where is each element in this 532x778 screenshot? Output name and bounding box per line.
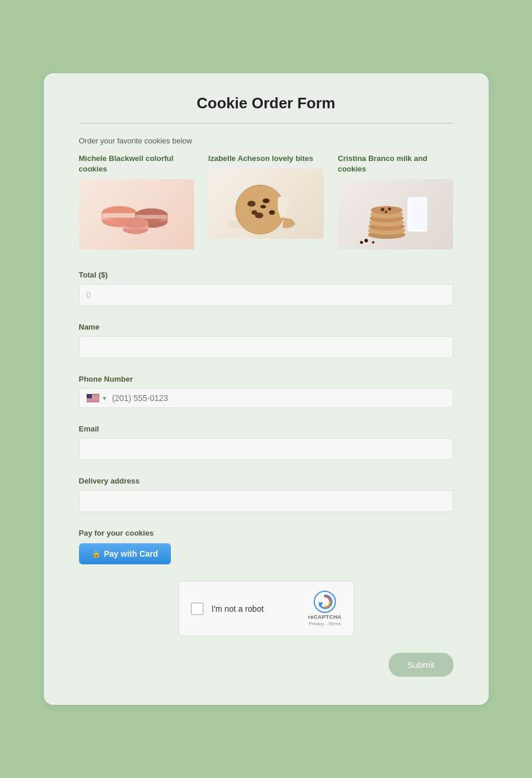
pay-with-card-button[interactable]: 🔒 Pay with Card bbox=[79, 543, 171, 564]
cookie-grid: Michele Blackwell colorful cookies bbox=[79, 153, 454, 249]
recaptcha-area: I'm not a robot reCAPTCHA Privacy - Term… bbox=[79, 581, 454, 636]
delivery-address-field-group: Delivery address bbox=[79, 477, 454, 512]
payment-label: Pay for your cookies bbox=[79, 529, 454, 537]
svg-point-32 bbox=[365, 239, 368, 242]
total-field-group: Total ($) bbox=[79, 270, 454, 306]
email-field-group: Email bbox=[79, 424, 454, 460]
svg-rect-42 bbox=[87, 394, 92, 399]
payment-section: Pay for your cookies 🔒 Pay with Card bbox=[79, 529, 454, 564]
country-selector[interactable]: ▼ bbox=[87, 394, 108, 402]
svg-point-14 bbox=[247, 201, 255, 207]
cookie-image-1 bbox=[79, 179, 194, 249]
total-input[interactable] bbox=[79, 284, 454, 306]
cookie-image-3 bbox=[338, 179, 453, 249]
recaptcha-brand-text: reCAPTCHA bbox=[308, 614, 341, 620]
title-divider bbox=[79, 123, 454, 124]
svg-point-29 bbox=[381, 208, 385, 211]
recaptcha-left: I'm not a robot bbox=[191, 602, 264, 615]
recaptcha-icon bbox=[314, 591, 336, 613]
cookie-item-1: Michele Blackwell colorful cookies bbox=[79, 153, 194, 249]
cookie-name-2: Izabelle Acheson lovely bites bbox=[208, 153, 324, 164]
page-title: Cookie Order Form bbox=[79, 94, 454, 112]
svg-point-31 bbox=[385, 211, 387, 213]
svg-point-34 bbox=[360, 241, 363, 244]
lock-icon: 🔒 bbox=[92, 550, 101, 558]
phone-label: Phone Number bbox=[79, 375, 454, 383]
recaptcha-box: I'm not a robot reCAPTCHA Privacy - Term… bbox=[179, 581, 354, 636]
phone-wrapper: ▼ bbox=[79, 388, 454, 408]
name-input[interactable] bbox=[79, 336, 454, 358]
email-label: Email bbox=[79, 424, 454, 433]
svg-point-15 bbox=[262, 198, 269, 203]
svg-point-19 bbox=[260, 205, 266, 208]
svg-point-10 bbox=[122, 218, 148, 228]
delivery-address-label: Delivery address bbox=[79, 477, 454, 485]
svg-point-17 bbox=[269, 210, 274, 215]
macaron-svg bbox=[79, 179, 194, 249]
recaptcha-checkbox[interactable] bbox=[191, 602, 204, 615]
phone-field-group: Phone Number ▼ bbox=[79, 375, 454, 408]
choc-chip-svg bbox=[208, 169, 324, 239]
form-card: Cookie Order Form Order your favorite co… bbox=[44, 73, 489, 705]
cookie-name-3: Cristina Branco milk and cookies bbox=[338, 153, 453, 174]
cookie-image-2 bbox=[208, 169, 324, 239]
country-chevron-icon: ▼ bbox=[102, 395, 108, 402]
recaptcha-logo: reCAPTCHA Privacy - Terms bbox=[308, 591, 341, 626]
name-field-group: Name bbox=[79, 323, 454, 358]
svg-rect-21 bbox=[408, 197, 427, 229]
delivery-address-input[interactable] bbox=[79, 490, 454, 512]
svg-rect-40 bbox=[87, 400, 99, 400]
submit-row: Submit bbox=[79, 653, 454, 677]
svg-point-33 bbox=[372, 241, 375, 244]
total-label: Total ($) bbox=[79, 270, 454, 279]
recaptcha-links: Privacy - Terms bbox=[309, 621, 341, 626]
svg-rect-39 bbox=[87, 399, 99, 399]
cookie-item-2: Izabelle Acheson lovely bites bbox=[208, 153, 324, 249]
svg-point-30 bbox=[388, 208, 391, 211]
cookie-item-3: Cristina Branco milk and cookies bbox=[338, 153, 453, 249]
phone-input[interactable] bbox=[112, 393, 445, 403]
stacked-cookies-svg bbox=[338, 179, 453, 249]
pay-button-label: Pay with Card bbox=[104, 549, 159, 558]
form-subtitle: Order your favorite cookies below bbox=[79, 136, 454, 145]
name-label: Name bbox=[79, 323, 454, 331]
svg-point-28 bbox=[371, 206, 403, 214]
email-input[interactable] bbox=[79, 438, 454, 460]
svg-rect-3 bbox=[102, 213, 135, 218]
submit-button[interactable]: Submit bbox=[389, 653, 454, 677]
recaptcha-text: I'm not a robot bbox=[212, 604, 264, 614]
us-flag-icon bbox=[87, 394, 99, 402]
cookie-name-1: Michele Blackwell colorful cookies bbox=[79, 153, 194, 174]
svg-point-18 bbox=[251, 210, 257, 215]
svg-rect-41 bbox=[87, 401, 99, 402]
